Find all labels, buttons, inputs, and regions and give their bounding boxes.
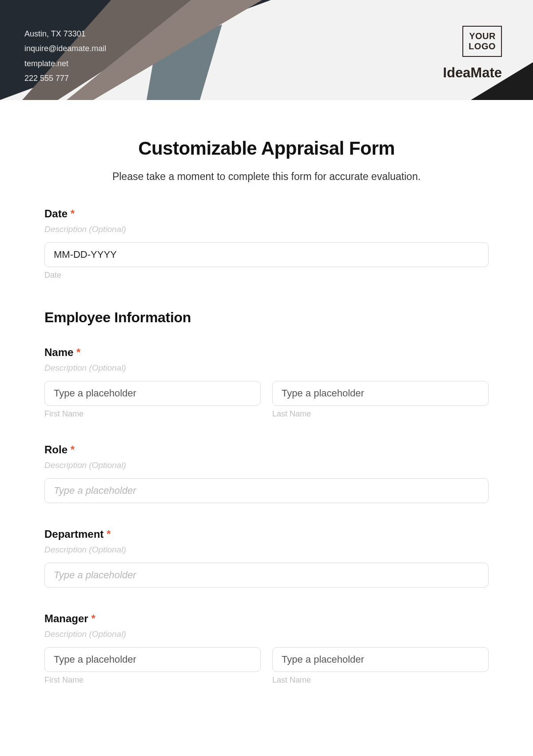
manager-label-text: Manager [44,612,88,624]
role-label: Role * [44,444,489,456]
required-mark: * [71,444,75,456]
contact-address: Austin, TX 73301 [24,27,106,41]
contact-email: inquire@ideamate.mail [24,41,106,56]
department-label-text: Department [44,528,103,540]
date-sub-label: Date [44,271,489,280]
section-employee-info: Employee Information [44,309,489,326]
form-area: Customizable Appraisal Form Please take … [0,100,533,694]
date-label: Date * [44,208,489,220]
required-mark: * [107,528,111,540]
manager-first-name-input[interactable] [44,647,261,672]
date-description: Description (Optional) [44,224,489,234]
field-name: Name * Description (Optional) First Name… [44,346,489,419]
department-input[interactable] [44,563,489,588]
role-input[interactable] [44,478,489,503]
role-description: Description (Optional) [44,460,489,470]
role-label-text: Role [44,444,68,456]
required-mark: * [76,346,80,358]
manager-last-name-sub-label: Last Name [272,676,489,685]
form-title: Customizable Appraisal Form [44,138,489,159]
header-banner: Austin, TX 73301 inquire@ideamate.mail t… [0,0,533,100]
last-name-input[interactable] [272,381,489,406]
contact-block: Austin, TX 73301 inquire@ideamate.mail t… [24,27,106,86]
contact-phone: 222 555 777 [24,71,106,86]
manager-description: Description (Optional) [44,629,489,639]
required-mark: * [71,208,75,220]
field-date: Date * Description (Optional) Date [44,208,489,280]
logo-line-1: YOUR [469,31,496,41]
form-subtitle: Please take a moment to complete this fo… [44,171,489,183]
logo-placeholder: YOUR LOGO [462,26,502,57]
manager-first-name-sub-label: First Name [44,676,261,685]
field-department: Department * Description (Optional) [44,528,489,588]
department-description: Description (Optional) [44,545,489,555]
field-manager: Manager * Description (Optional) First N… [44,612,489,685]
name-label-text: Name [44,346,73,358]
first-name-input[interactable] [44,381,261,406]
name-label: Name * [44,346,489,359]
manager-label: Manager * [44,612,489,625]
brand-name: IdeaMate [443,65,502,81]
logo-line-2: LOGO [469,41,496,52]
field-role: Role * Description (Optional) [44,444,489,503]
manager-last-name-input[interactable] [272,647,489,672]
logo-block: YOUR LOGO IdeaMate [443,26,502,81]
last-name-sub-label: Last Name [272,409,489,419]
name-description: Description (Optional) [44,363,489,373]
date-input[interactable] [44,242,489,267]
contact-website: template.net [24,56,106,71]
first-name-sub-label: First Name [44,409,261,419]
required-mark: * [91,612,95,624]
department-label: Department * [44,528,489,540]
date-label-text: Date [44,208,68,220]
